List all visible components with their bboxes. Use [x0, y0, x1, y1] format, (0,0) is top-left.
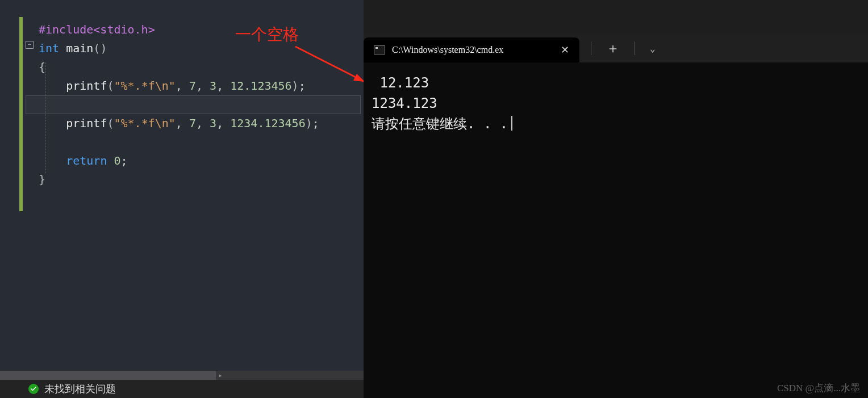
- arg-p: 3: [210, 79, 216, 93]
- brace-open: {: [39, 60, 45, 74]
- parens: (): [93, 41, 107, 55]
- fn-name: main: [66, 41, 93, 55]
- tab-controls: ＋ ⌄: [579, 39, 667, 57]
- terminal-output[interactable]: 12.123 1234.123 请按任意键继续. . .: [364, 62, 868, 398]
- watermark-text: CSDN @点滴...水墨: [777, 382, 860, 395]
- status-bar: 未找到相关问题: [0, 380, 364, 398]
- arg-w: 7: [189, 79, 196, 93]
- keyword-int: int: [39, 41, 59, 55]
- out-line-2: 1234.123: [372, 95, 437, 111]
- status-ok-icon: [28, 384, 39, 394]
- status-text: 未找到相关问题: [44, 382, 116, 396]
- fmt-string: "%*.*f\n": [114, 79, 175, 93]
- close-tab-icon[interactable]: ✕: [561, 44, 569, 56]
- separator: [635, 41, 635, 55]
- terminal-tab[interactable]: C:\Windows\system32\cmd.ex ✕: [364, 37, 579, 62]
- horizontal-scrollbar[interactable]: ▸: [0, 371, 364, 380]
- fold-toggle[interactable]: −: [26, 41, 34, 49]
- arrow-to-space-icon: [261, 43, 369, 89]
- svg-marker-1: [353, 74, 365, 82]
- terminal-title-bar: C:\Windows\system32\cmd.ex ✕ ＋ ⌄: [364, 34, 868, 62]
- terminal-cursor: [511, 116, 512, 131]
- out-line-3: 请按任意键继续. . .: [372, 116, 508, 132]
- tab-title: C:\Windows\system32\cmd.ex: [392, 45, 503, 55]
- keyword-return: return: [66, 154, 107, 167]
- out-line-1: 12.123: [372, 75, 429, 91]
- preprocessor-line: #include<stdio.h>: [39, 23, 155, 36]
- change-indicator: [19, 17, 23, 211]
- scroll-right-icon[interactable]: ▸: [216, 371, 225, 380]
- cmd-icon: [374, 45, 385, 55]
- svg-line-0: [295, 47, 365, 82]
- return-val: 0: [114, 154, 120, 167]
- call-printf: printf: [66, 79, 107, 93]
- brace-close: }: [39, 173, 45, 186]
- scroll-thumb[interactable]: [0, 371, 216, 380]
- new-tab-button[interactable]: ＋: [606, 39, 620, 57]
- tab-dropdown-icon[interactable]: ⌄: [650, 43, 656, 54]
- separator: [591, 41, 591, 55]
